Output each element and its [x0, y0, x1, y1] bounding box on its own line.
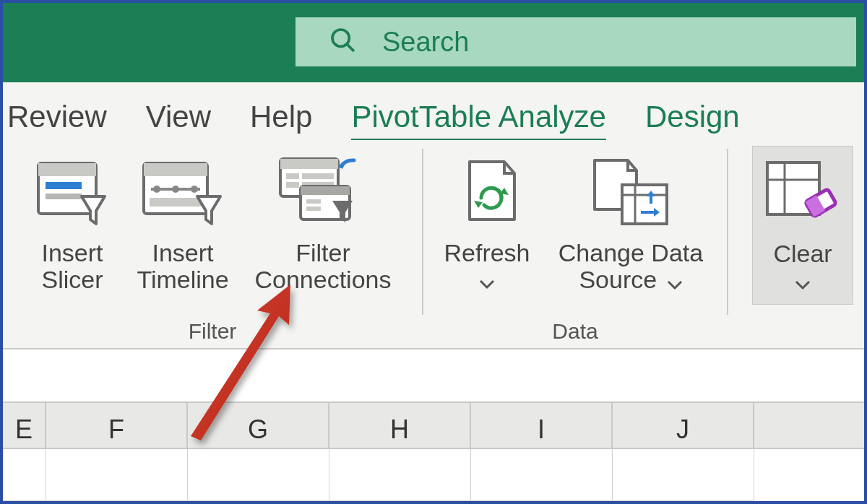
svg-rect-20 — [301, 186, 350, 195]
ribbon-group-data: Refresh — [423, 140, 727, 348]
chevron-down-icon — [667, 269, 683, 295]
ribbon-group-actions: Clear — [728, 140, 864, 348]
svg-point-0 — [332, 30, 349, 46]
refresh-icon — [451, 150, 523, 237]
chevron-down-icon — [773, 269, 832, 295]
tab-help[interactable]: Help — [250, 100, 312, 139]
svg-point-10 — [172, 186, 179, 193]
filter-connections-label-1: Filter — [296, 239, 350, 266]
filter-connections-label-2: Connections — [254, 266, 391, 293]
change-data-source-button[interactable]: Change Data Source — [544, 146, 717, 305]
clear-button[interactable]: Clear — [752, 146, 853, 305]
svg-rect-12 — [150, 198, 202, 207]
ribbon-tabs: Review View Help PivotTable Analyze Desi… — [3, 82, 864, 140]
svg-point-11 — [191, 186, 198, 193]
window-frame: Search Review View Help PivotTable Analy… — [0, 0, 867, 504]
svg-rect-23 — [622, 185, 667, 224]
svg-rect-4 — [46, 182, 82, 189]
refresh-button[interactable]: Refresh — [433, 146, 541, 305]
refresh-label: Refresh — [444, 239, 530, 266]
svg-line-1 — [348, 45, 354, 51]
ribbon-group-title-data: Data — [423, 319, 727, 344]
insert-slicer-label-2: Slicer — [41, 266, 103, 293]
svg-rect-16 — [286, 182, 299, 188]
filter-connections-button[interactable]: Filter Connections — [243, 146, 402, 305]
column-header[interactable]: J — [613, 403, 754, 448]
search-icon — [329, 26, 358, 58]
tab-review[interactable]: Review — [7, 100, 107, 139]
search-placeholder: Search — [382, 27, 469, 58]
insert-timeline-label-1: Insert — [152, 239, 213, 266]
svg-point-9 — [153, 186, 160, 193]
timeline-icon — [139, 150, 226, 237]
change-data-source-label-1: Change Data — [558, 239, 703, 266]
column-header[interactable]: F — [46, 403, 188, 448]
filter-connections-icon — [276, 150, 370, 237]
insert-timeline-button[interactable]: Insert Timeline — [125, 146, 241, 305]
column-header[interactable]: G — [188, 403, 329, 448]
formula-bar[interactable] — [3, 349, 864, 403]
worksheet-grid[interactable] — [3, 449, 864, 501]
title-bar: Search — [3, 3, 864, 82]
svg-rect-14 — [280, 159, 338, 169]
svg-rect-21 — [306, 199, 321, 204]
clear-icon — [763, 151, 842, 238]
search-box[interactable]: Search — [294, 16, 858, 68]
svg-rect-15 — [286, 173, 299, 179]
tab-view[interactable]: View — [146, 100, 211, 139]
change-data-source-icon — [587, 150, 674, 237]
tab-design[interactable]: Design — [645, 100, 740, 139]
insert-timeline-label-2: Timeline — [137, 266, 228, 293]
ribbon-group-title-filter: Filter — [3, 319, 422, 344]
ribbon: Insert Slicer — [3, 140, 864, 349]
insert-slicer-button[interactable]: Insert Slicer — [22, 146, 122, 305]
column-headers: E F G H I J — [3, 403, 864, 449]
clear-label: Clear — [773, 240, 832, 267]
column-header[interactable]: E — [3, 403, 46, 448]
svg-rect-7 — [144, 163, 207, 176]
slicer-icon — [33, 150, 112, 237]
column-header[interactable]: H — [329, 403, 471, 448]
tab-pivottable-analyze[interactable]: PivotTable Analyze — [351, 100, 606, 143]
ribbon-group-filter: Insert Slicer — [3, 140, 422, 348]
svg-rect-5 — [46, 194, 82, 199]
svg-rect-3 — [38, 163, 96, 176]
svg-rect-22 — [306, 207, 321, 211]
column-header[interactable]: I — [471, 403, 613, 448]
insert-slicer-label-1: Insert — [41, 239, 103, 266]
svg-rect-17 — [302, 173, 334, 179]
chevron-down-icon — [444, 268, 530, 295]
change-data-source-label-2: Source — [579, 266, 657, 293]
